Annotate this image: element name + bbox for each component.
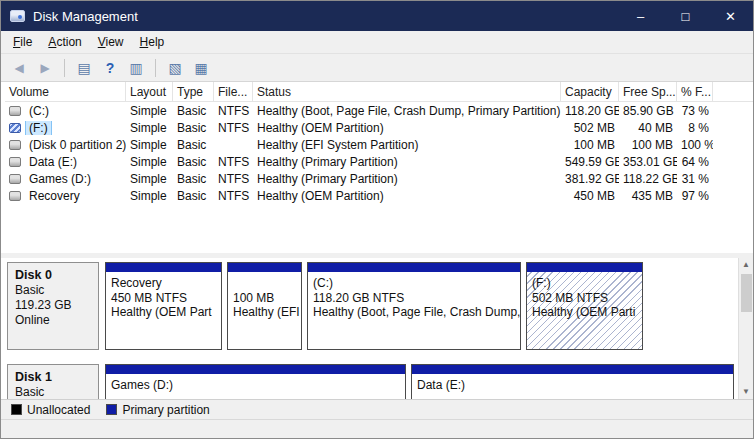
statusbar [1,419,753,438]
partition-label: Games (D:) [111,378,400,393]
disk-type: Basic [15,385,91,399]
close-button[interactable]: ✕ [708,1,753,31]
disk-management-app-icon [10,10,25,22]
views-icon: ▦ [194,60,207,76]
volume-icon [9,191,21,201]
disk-0-partitions: Recovery 450 MB NTFS Healthy (OEM Part 1… [105,262,643,350]
graphical-view-scrollbar[interactable]: ▲ ▼ [738,258,753,399]
volume-name: (C:) [26,104,52,118]
legend-bar: Unallocated Primary partition [1,399,753,419]
column-header-capacity[interactable]: Capacity [561,82,619,101]
layout-cell: Simple [126,155,173,169]
layout-cell: Simple [126,121,173,135]
free-space-cell: 100 MB [619,138,677,152]
type-cell: Basic [173,121,214,135]
scroll-down-icon[interactable]: ▼ [739,385,753,399]
maximize-button[interactable]: □ [663,1,708,31]
volume-row-disk0-partition2[interactable]: (Disk 0 partition 2) Simple Basic Health… [5,136,753,153]
layout-cell: Simple [126,104,173,118]
partition-data-e[interactable]: Data (E:) [411,364,734,399]
status-cell: Healthy (OEM Partition) [253,121,561,135]
free-space-cell: 118.22 GB [619,172,677,186]
console-tree-button[interactable]: ▤ [72,57,96,79]
capacity-cell: 118.20 GB [561,104,619,118]
partition-games-d[interactable]: Games (D:) [105,364,406,399]
partition-recovery[interactable]: Recovery 450 MB NTFS Healthy (OEM Part [105,262,222,350]
export-list-icon: ▥ [129,60,142,76]
column-header-volume[interactable]: Volume [5,82,126,101]
free-space-cell: 40 MB [619,121,677,135]
free-space-cell: 353.01 GB [619,155,677,169]
disk-management-window: Disk Management – □ ✕ File Action View H… [0,0,754,439]
filesystem-cell: NTFS [214,121,253,135]
graphical-view: Disk 0 Basic 119.23 GB Online Recovery 4… [1,258,753,399]
column-header-status[interactable]: Status [253,82,561,101]
partition-efi-system[interactable]: 100 MB Healthy (EFI S [227,262,302,350]
disk-0-row: Disk 0 Basic 119.23 GB Online Recovery 4… [7,262,753,350]
scrollbar-thumb[interactable] [741,274,752,312]
primary-partition-strip [412,365,733,374]
volume-row-f-selected[interactable]: (F:) Simple Basic NTFS Healthy (OEM Part… [5,119,753,136]
status-cell: Healthy (Boot, Page File, Crash Dump, Pr… [253,104,561,118]
volume-row-c[interactable]: (C:) Simple Basic NTFS Healthy (Boot, Pa… [5,102,753,119]
help-button[interactable]: ? [98,57,122,79]
primary-partition-strip [106,365,405,374]
volume-icon [9,123,21,133]
partition-status: Healthy (EFI S [233,305,296,320]
partition-status: Healthy (Boot, Page File, Crash Dump, [313,305,515,320]
menu-action[interactable]: Action [40,32,89,52]
type-cell: Basic [173,155,214,169]
toolbar: ◀ ▶ ▤ ? ▥ ▧ ▦ [1,54,753,82]
titlebar[interactable]: Disk Management – □ ✕ [1,1,753,31]
volume-name: Games (D:) [26,172,94,186]
column-header-filesystem[interactable]: File... [214,82,253,101]
partition-label: Data (E:) [417,378,728,393]
primary-partition-strip [308,263,520,272]
free-space-cell: 435 MB [619,189,677,203]
volume-row-recovery[interactable]: Recovery Simple Basic NTFS Healthy (OEM … [5,187,753,204]
partition-f-selected[interactable]: (F:) 502 MB NTFS Healthy (OEM Parti [526,262,643,350]
layout-cell: Simple [126,189,173,203]
volume-icon [9,140,21,150]
action-pane-button[interactable]: ▧ [163,57,187,79]
column-header-type[interactable]: Type [173,82,214,101]
legend-unallocated: Unallocated [11,403,90,417]
column-header-layout[interactable]: Layout [126,82,173,101]
disk-0-info[interactable]: Disk 0 Basic 119.23 GB Online [7,262,99,350]
column-header-filler [713,82,753,101]
filesystem-cell: NTFS [214,172,253,186]
primary-partition-swatch [106,404,117,415]
volume-name: Data (E:) [26,155,80,169]
scroll-up-icon[interactable]: ▲ [739,258,753,272]
minimize-button[interactable]: – [618,1,663,31]
partition-c[interactable]: (C:) 118.20 GB NTFS Healthy (Boot, Page … [307,262,521,350]
menu-file[interactable]: File [5,32,40,52]
views-button[interactable]: ▦ [189,57,213,79]
layout-cell: Simple [126,138,173,152]
volume-list-header: Volume Layout Type File... Status Capaci… [5,82,753,102]
volume-row-games-d[interactable]: Games (D:) Simple Basic NTFS Healthy (Pr… [5,170,753,187]
filesystem-cell: NTFS [214,104,253,118]
menu-help[interactable]: Help [132,32,173,52]
forward-button[interactable]: ▶ [33,57,57,79]
column-header-free-space[interactable]: Free Sp... [619,82,677,101]
partition-label [233,276,296,291]
legend-label: Primary partition [122,403,209,417]
export-list-button[interactable]: ▥ [124,57,148,79]
disk-1-partitions: Games (D:) Data (E:) [105,364,734,399]
percent-free-cell: 97 % [677,189,713,203]
type-cell: Basic [173,172,214,186]
column-header-percent-free[interactable]: % F... [677,82,713,101]
disk-1-info[interactable]: Disk 1 Basic [7,364,99,399]
percent-free-cell: 8 % [677,121,713,135]
menu-view[interactable]: View [90,32,132,52]
disk-size: 119.23 GB [15,298,91,313]
capacity-cell: 100 MB [561,138,619,152]
back-button[interactable]: ◀ [7,57,31,79]
percent-free-cell: 31 % [677,172,713,186]
free-space-cell: 85.90 GB [619,104,677,118]
partition-label: (C:) [313,276,515,291]
volume-row-data-e[interactable]: Data (E:) Simple Basic NTFS Healthy (Pri… [5,153,753,170]
type-cell: Basic [173,189,214,203]
volume-name: (F:) [26,121,51,135]
